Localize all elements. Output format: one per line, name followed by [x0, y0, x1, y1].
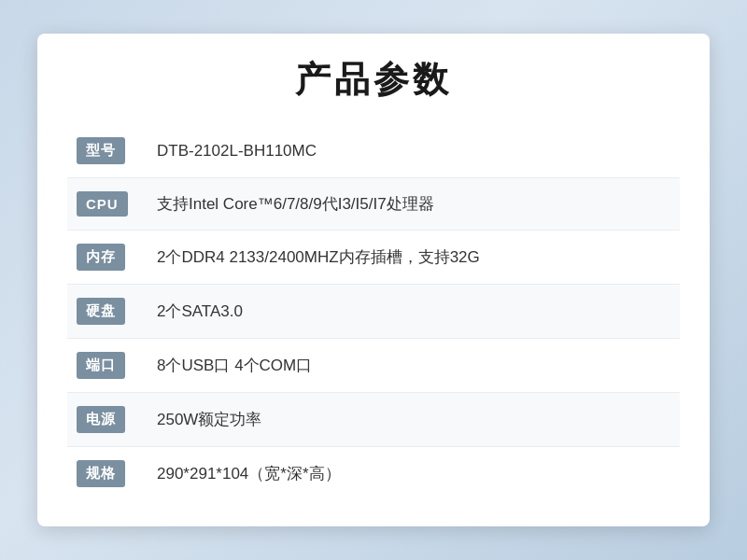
- spec-label-badge: CPU: [77, 191, 128, 217]
- spec-label-badge: 内存: [77, 244, 125, 271]
- spec-label-badge: 电源: [77, 406, 125, 433]
- spec-label-cell: 电源: [67, 393, 142, 447]
- spec-table: 型号DTB-2102L-BH110MCCPU支持Intel Core™6/7/8…: [67, 124, 680, 500]
- product-spec-card: 产品参数 型号DTB-2102L-BH110MCCPU支持Intel Core™…: [37, 34, 710, 526]
- table-row: 规格290*291*104（宽*深*高）: [67, 447, 680, 501]
- table-row: 电源250W额定功率: [67, 393, 680, 447]
- spec-value-cell: DTB-2102L-BH110MC: [142, 124, 680, 178]
- spec-label-badge: 型号: [77, 137, 125, 164]
- spec-label-cell: 规格: [67, 447, 142, 501]
- page-title: 产品参数: [67, 56, 680, 104]
- spec-label-cell: CPU: [67, 178, 142, 231]
- spec-label-badge: 规格: [77, 460, 125, 487]
- spec-value-cell: 290*291*104（宽*深*高）: [142, 447, 680, 501]
- spec-label-badge: 硬盘: [77, 298, 125, 325]
- spec-label-cell: 硬盘: [67, 285, 142, 339]
- spec-label-cell: 端口: [67, 339, 142, 393]
- table-row: 型号DTB-2102L-BH110MC: [67, 124, 680, 178]
- spec-label-badge: 端口: [77, 352, 125, 379]
- table-row: 硬盘2个SATA3.0: [67, 285, 680, 339]
- spec-value-cell: 支持Intel Core™6/7/8/9代I3/I5/I7处理器: [142, 178, 680, 231]
- spec-label-cell: 型号: [67, 124, 142, 178]
- table-row: CPU支持Intel Core™6/7/8/9代I3/I5/I7处理器: [67, 178, 680, 231]
- table-row: 内存2个DDR4 2133/2400MHZ内存插槽，支持32G: [67, 231, 680, 285]
- spec-value-cell: 2个DDR4 2133/2400MHZ内存插槽，支持32G: [142, 231, 680, 285]
- spec-value-cell: 250W额定功率: [142, 393, 680, 447]
- spec-value-cell: 2个SATA3.0: [142, 285, 680, 339]
- spec-label-cell: 内存: [67, 231, 142, 285]
- spec-value-cell: 8个USB口 4个COM口: [142, 339, 680, 393]
- table-row: 端口8个USB口 4个COM口: [67, 339, 680, 393]
